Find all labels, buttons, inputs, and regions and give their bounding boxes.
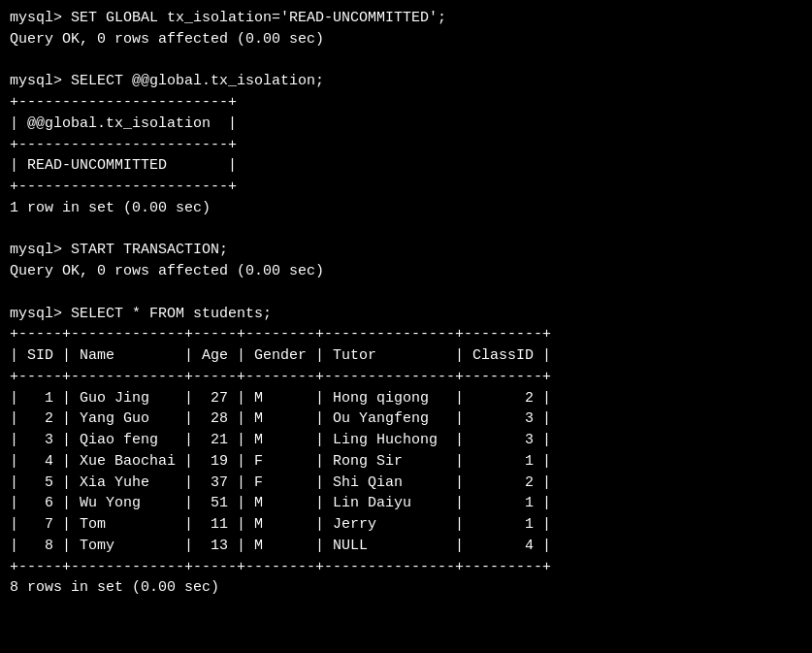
- terminal-output: mysql> SET GLOBAL tx_isolation='READ-UNC…: [10, 8, 802, 599]
